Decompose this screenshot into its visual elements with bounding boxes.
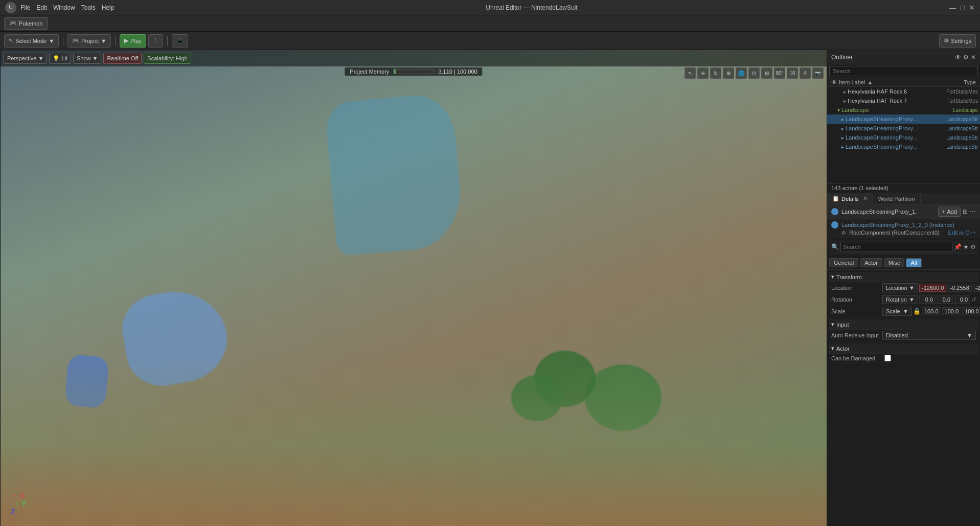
actor-section-header[interactable]: ▾ Actor bbox=[829, 344, 978, 354]
platforms-button[interactable]: 📱 bbox=[172, 34, 188, 48]
outliner-settings-icon[interactable]: ⚙ bbox=[963, 54, 969, 61]
tab-details[interactable]: 📋 Details ✕ bbox=[827, 193, 873, 204]
outliner-eye-icon[interactable]: 👁 bbox=[955, 54, 961, 61]
settings-button[interactable]: ⚙ Settings bbox=[939, 34, 976, 48]
lit-button[interactable]: 💡 Lit bbox=[49, 53, 71, 64]
main-toolbar: ↖ Select Mode ▼ 🎮 Project ▼ ▶ Play ⋮ 📱 ⚙… bbox=[0, 32, 980, 50]
scale-y[interactable]: 100.0 bbox=[942, 307, 962, 315]
location-dropdown[interactable]: Location ▼ bbox=[882, 283, 918, 292]
details-star-icon[interactable]: ★ bbox=[963, 243, 969, 250]
realtime-button[interactable]: Realtime Off bbox=[103, 53, 142, 64]
outliner-item-5[interactable]: ▸ LandscapeStreamingProxy... LandscapeSt… bbox=[827, 133, 980, 142]
fov-value[interactable]: 90° bbox=[774, 67, 785, 79]
outliner-search-input[interactable] bbox=[829, 66, 978, 76]
z-axis: Z bbox=[11, 508, 26, 516]
play-label: Play bbox=[130, 38, 141, 44]
rotation-z[interactable]: 0.0 bbox=[954, 295, 970, 304]
rotation-reset-icon[interactable]: ↺ bbox=[971, 296, 976, 303]
details-settings-icon[interactable]: ⚙ bbox=[970, 243, 976, 250]
menu-edit[interactable]: Edit bbox=[36, 4, 47, 11]
lock-scale-icon[interactable]: 🔒 bbox=[913, 308, 921, 315]
title-bar-menu: File Edit Window Tools Help bbox=[20, 4, 114, 11]
mode-button[interactable]: ↖ Select Mode ▼ bbox=[4, 34, 59, 48]
memory-value: 3,110 | 100,000 bbox=[438, 68, 477, 75]
can-be-damaged-checkbox[interactable] bbox=[884, 355, 891, 361]
actor-section: ▾ Actor Can be Damaged bbox=[829, 344, 978, 363]
perspective-button[interactable]: Perspective ▼ bbox=[4, 53, 47, 64]
camera-tool[interactable]: 📷 bbox=[812, 67, 824, 79]
outliner-item-type-1: FortStaticMes bbox=[932, 98, 978, 104]
outliner-item-4[interactable]: ▸ LandscapeStreamingProxy... LandscapeSt… bbox=[827, 124, 980, 133]
outliner-search-row bbox=[827, 64, 980, 78]
outliner-item-0[interactable]: ▸ Hexylvania HAF Rock 6 FortStaticMes bbox=[827, 87, 980, 96]
details-tab-icon: 📋 bbox=[832, 195, 839, 202]
minimize-button[interactable]: — bbox=[949, 4, 956, 12]
filter-actor[interactable]: Actor bbox=[860, 258, 882, 267]
edit-in-cpp-link[interactable]: Edit in C++ bbox=[948, 230, 976, 236]
transform-section-header[interactable]: ▾ Transform bbox=[829, 272, 978, 282]
scalability-button[interactable]: Scalability: High bbox=[144, 53, 191, 64]
filter-general[interactable]: General bbox=[829, 258, 858, 267]
maximize-button[interactable]: □ bbox=[961, 4, 965, 12]
location-value: Location ▼ -12600.0 -0.2558 -265.0 ↺ bbox=[882, 283, 980, 292]
world-tool[interactable]: 🌐 bbox=[736, 67, 747, 79]
rotation-dropdown[interactable]: Rotation ▼ bbox=[882, 295, 918, 304]
menu-help[interactable]: Help bbox=[102, 4, 115, 11]
snap-tool[interactable]: ⊡ bbox=[748, 67, 760, 79]
input-section-header[interactable]: ▾ Input bbox=[829, 319, 978, 330]
scale-tool[interactable]: ⊞ bbox=[723, 67, 734, 79]
scale-dropdown[interactable]: Scale ▼ bbox=[882, 307, 912, 316]
outliner-close-icon[interactable]: ✕ bbox=[971, 54, 976, 61]
rotation-x[interactable]: 0.0 bbox=[919, 295, 936, 304]
add-component-button[interactable]: + Add bbox=[938, 207, 961, 217]
more-options-button[interactable]: ⋮ bbox=[148, 34, 163, 48]
outliner-item-3[interactable]: ▸ LandscapeStreamingProxy... LandscapeSt… bbox=[827, 115, 980, 124]
location-x[interactable]: -12600.0 bbox=[919, 284, 946, 292]
details-pin-icon[interactable]: 📌 bbox=[954, 243, 962, 250]
scale-row: Scale Scale ▼ 🔒 100.0 100.0 100.0 ↺ bbox=[829, 306, 978, 317]
actor-info: LandscapeStreamingProxy_1. bbox=[831, 208, 917, 215]
more-icon[interactable]: ⋯ bbox=[970, 208, 976, 215]
details-tab-close[interactable]: ✕ bbox=[863, 195, 868, 202]
memory-progress-bar bbox=[393, 69, 434, 74]
instance-item[interactable]: LandscapeStreamingProxy_1_2_0 (Instance) bbox=[831, 221, 976, 228]
close-button[interactable]: ✕ bbox=[969, 4, 975, 12]
lit-label: Lit bbox=[61, 55, 67, 61]
select-tool[interactable]: ↖ bbox=[685, 67, 696, 79]
outliner-columns: 👁 Item Label ▲ Type bbox=[827, 78, 980, 87]
menu-file[interactable]: File bbox=[20, 4, 30, 11]
rotate-tool[interactable]: ↻ bbox=[710, 67, 721, 79]
outliner-item-2[interactable]: ▾ Landscape Landscape bbox=[827, 105, 980, 115]
details-search-input[interactable] bbox=[840, 242, 952, 252]
location-z[interactable]: -265.0 bbox=[973, 284, 980, 292]
rotation-y[interactable]: 0.0 bbox=[937, 295, 953, 304]
viewport[interactable]: Perspective ▼ 💡 Lit Show ▼ Realtime Off … bbox=[1, 50, 827, 526]
rotation-value: Rotation ▼ 0.0 0.0 0.0 ↺ bbox=[882, 295, 976, 304]
menu-window[interactable]: Window bbox=[53, 4, 75, 11]
actor-icon bbox=[831, 208, 838, 215]
menu-tools[interactable]: Tools bbox=[81, 4, 96, 11]
scale-x[interactable]: 100.0 bbox=[922, 307, 941, 315]
outliner-item-6[interactable]: ▸ LandscapeStreamingProxy... LandscapeSt… bbox=[827, 142, 980, 151]
layers-value[interactable]: 4 bbox=[800, 67, 811, 79]
tab-world-partition[interactable]: World Partition bbox=[873, 193, 921, 204]
tab-pokemon[interactable]: 🎮 Pokemon bbox=[4, 17, 48, 30]
scale-z[interactable]: 100.0 bbox=[962, 307, 980, 315]
type-column: Type bbox=[930, 79, 976, 85]
transform-label: Transform bbox=[836, 274, 862, 280]
filter-misc[interactable]: Misc bbox=[884, 258, 905, 267]
outliner-item-1[interactable]: ▸ Hexylvania HAF Rock 7 FortStaticMes bbox=[827, 96, 980, 105]
grid-tool[interactable]: ⊞ bbox=[761, 67, 772, 79]
show-button[interactable]: Show ▼ bbox=[73, 53, 101, 64]
project-button[interactable]: 🎮 Project ▼ bbox=[67, 34, 111, 48]
outliner-item-label-1: Hexylvania HAF Rock 7 bbox=[848, 98, 932, 104]
translate-tool[interactable]: ✛ bbox=[697, 67, 709, 79]
can-be-damaged-label: Can be Damaged bbox=[831, 355, 882, 361]
mode-chevron: ▼ bbox=[49, 38, 54, 44]
auto-receive-dropdown[interactable]: Disabled ▼ bbox=[882, 331, 976, 340]
filter-all[interactable]: All bbox=[906, 258, 921, 267]
snap-value[interactable]: 10 bbox=[787, 67, 798, 79]
play-button[interactable]: ▶ Play bbox=[120, 34, 146, 48]
copy-icon[interactable]: ⊞ bbox=[963, 208, 968, 215]
location-y[interactable]: -0.2558 bbox=[947, 284, 971, 292]
